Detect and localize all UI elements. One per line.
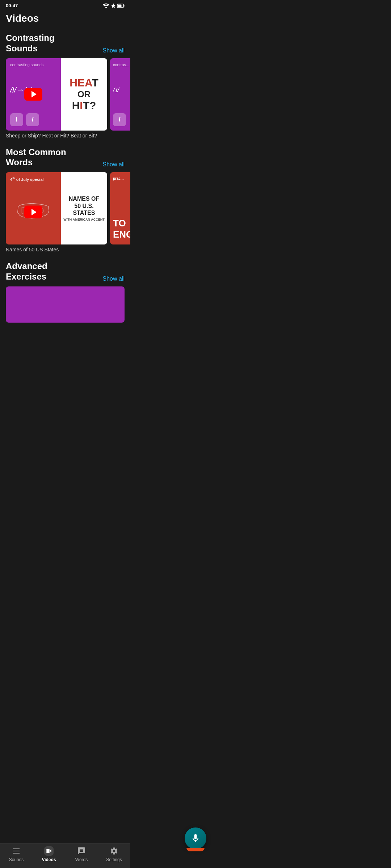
- wifi-icon: [103, 3, 109, 8]
- time: 00:47: [6, 3, 18, 8]
- most-common-words-title: Most Common Words: [6, 147, 85, 168]
- partial-info-btn[interactable]: I: [113, 113, 126, 126]
- card-label: contrasting sounds: [10, 63, 56, 67]
- advanced-preview: [6, 286, 125, 323]
- partial-words-text: TOENGLI...: [113, 218, 130, 240]
- card-left-red: 4th of July special OR: [6, 172, 61, 244]
- play-button[interactable]: [24, 88, 42, 101]
- contrasting-sounds-header: Contrasting Sounds Show all: [0, 30, 130, 58]
- july-title: 4th of July special: [10, 176, 56, 182]
- contrasting-sounds-show-all[interactable]: Show all: [103, 47, 125, 54]
- play-triangle-states: [31, 209, 37, 215]
- card-buttons: i I: [10, 113, 56, 126]
- 50-states-caption: Names of 50 US States: [0, 244, 130, 254]
- most-common-words-show-all[interactable]: Show all: [103, 161, 125, 168]
- status-bar: 00:47: [0, 0, 130, 10]
- contrasting-sounds-title: Contrasting Sounds: [6, 33, 85, 54]
- advanced-exercises-title: Advanced Exercises: [6, 261, 85, 282]
- heat-word: HEAT: [70, 77, 98, 89]
- states-sub: WITH AMERICAN ACCENT: [63, 218, 104, 221]
- or-word: OR: [77, 89, 91, 99]
- partial-card-sounds: contras... /ɪ/ I: [110, 58, 130, 131]
- hit-word: HIT?: [72, 99, 96, 112]
- info-btn-2[interactable]: I: [26, 113, 39, 126]
- info-btn-1[interactable]: i: [10, 113, 23, 126]
- card-right-white: HEAT OR HIT?: [61, 58, 107, 131]
- sheep-ship-caption: Sheep or Ship? Heat or Hit? Beat or Bit?: [0, 131, 130, 140]
- sheep-ship-card[interactable]: contrasting sounds /i/→/ɪ/ i I HEAT OR H: [6, 58, 107, 131]
- partial-card-words: prac... TOENGLI...: [110, 172, 130, 244]
- most-common-words-header: Most Common Words Show all: [0, 140, 130, 173]
- most-common-words-scroll: 4th of July special OR NAM: [0, 172, 130, 244]
- svg-rect-3: [118, 4, 122, 7]
- partial-phonetic: /ɪ/: [113, 86, 130, 94]
- partial-words-label: prac...: [113, 176, 130, 180]
- advanced-exercises-header: Advanced Exercises Show all: [0, 254, 130, 286]
- status-icons: [103, 3, 125, 8]
- states-title: NAMES OF50 U.S.STATES: [63, 195, 104, 216]
- advanced-exercises-show-all[interactable]: Show all: [103, 276, 125, 282]
- play-triangle: [31, 91, 37, 98]
- svg-point-0: [105, 7, 107, 8]
- page-title: Videos: [0, 10, 130, 30]
- airplane-icon: [111, 3, 116, 8]
- contrasting-sounds-scroll: contrasting sounds /i/→/ɪ/ i I HEAT OR H: [0, 58, 130, 131]
- card-left-purple: contrasting sounds /i/→/ɪ/ i I: [6, 58, 61, 131]
- svg-rect-2: [124, 5, 125, 7]
- battery-icon: [117, 4, 125, 8]
- partial-label: contras...: [113, 63, 130, 67]
- play-button-states[interactable]: [24, 206, 42, 218]
- card-right-words: NAMES OF50 U.S.STATES WITH AMERICAN ACCE…: [61, 172, 107, 244]
- 50-states-card[interactable]: 4th of July special OR NAM: [6, 172, 107, 244]
